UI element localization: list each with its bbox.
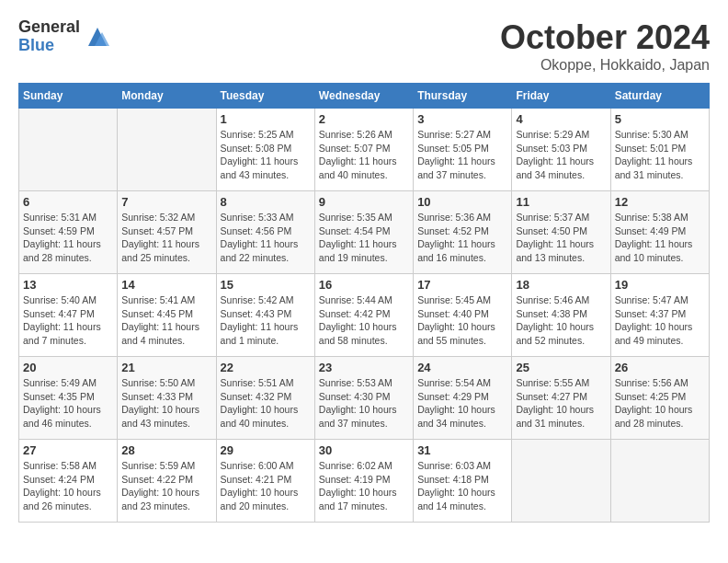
day-info: Sunrise: 5:56 AMSunset: 4:25 PMDaylight:…: [615, 376, 705, 431]
day-info: Sunrise: 5:54 AMSunset: 4:29 PMDaylight:…: [417, 376, 507, 431]
day-number: 24: [417, 361, 507, 374]
day-number: 13: [23, 278, 113, 292]
day-info: Sunrise: 5:49 AMSunset: 4:35 PMDaylight:…: [23, 376, 113, 431]
calendar-week-row: 20Sunrise: 5:49 AMSunset: 4:35 PMDayligh…: [19, 357, 710, 440]
calendar-cell: 23Sunrise: 5:53 AMSunset: 4:30 PMDayligh…: [314, 357, 413, 440]
day-info: Sunrise: 5:46 AMSunset: 4:38 PMDaylight:…: [516, 293, 606, 348]
day-info: Sunrise: 5:44 AMSunset: 4:42 PMDaylight:…: [319, 293, 409, 348]
calendar-cell: 24Sunrise: 5:54 AMSunset: 4:29 PMDayligh…: [414, 357, 512, 440]
calendar-cell: 13Sunrise: 5:40 AMSunset: 4:47 PMDayligh…: [19, 274, 118, 357]
day-number: 14: [121, 278, 211, 292]
calendar-cell: 3Sunrise: 5:27 AMSunset: 5:05 PMDaylight…: [414, 109, 512, 191]
day-info: Sunrise: 5:51 AMSunset: 4:32 PMDaylight:…: [221, 376, 311, 431]
weekday-header: Thursday: [414, 84, 512, 109]
calendar-cell: 16Sunrise: 5:44 AMSunset: 4:42 PMDayligh…: [314, 274, 413, 357]
day-info: Sunrise: 5:37 AMSunset: 4:50 PMDaylight:…: [516, 211, 606, 265]
calendar-cell: 28Sunrise: 5:59 AMSunset: 4:22 PMDayligh…: [118, 440, 216, 523]
day-number: 4: [516, 112, 606, 126]
weekday-header: Monday: [118, 84, 216, 109]
day-info: Sunrise: 5:50 AMSunset: 4:33 PMDaylight:…: [121, 376, 211, 431]
day-info: Sunrise: 5:33 AMSunset: 4:56 PMDaylight:…: [221, 211, 311, 265]
day-number: 17: [417, 278, 507, 292]
day-number: 21: [121, 361, 211, 374]
calendar-cell: 26Sunrise: 5:56 AMSunset: 4:25 PMDayligh…: [610, 357, 709, 440]
day-number: 16: [319, 278, 409, 292]
day-number: 31: [417, 443, 507, 457]
day-info: Sunrise: 6:02 AMSunset: 4:19 PMDaylight:…: [319, 459, 409, 513]
day-info: Sunrise: 5:25 AMSunset: 5:08 PMDaylight:…: [221, 128, 311, 182]
day-number: 27: [23, 443, 113, 457]
logo-blue-text: Blue: [18, 37, 80, 55]
day-info: Sunrise: 5:45 AMSunset: 4:40 PMDaylight:…: [417, 293, 507, 348]
calendar-cell: 4Sunrise: 5:29 AMSunset: 5:03 PMDaylight…: [512, 109, 610, 191]
weekday-header: Wednesday: [314, 84, 413, 109]
weekday-header: Friday: [512, 84, 610, 109]
day-info: Sunrise: 6:00 AMSunset: 4:21 PMDaylight:…: [221, 459, 311, 513]
calendar-cell: 12Sunrise: 5:38 AMSunset: 4:49 PMDayligh…: [610, 191, 709, 274]
day-number: 18: [516, 278, 606, 292]
calendar-cell: [610, 440, 709, 523]
day-number: 7: [121, 195, 211, 209]
day-info: Sunrise: 5:58 AMSunset: 4:24 PMDaylight:…: [23, 459, 113, 513]
day-number: 19: [615, 278, 705, 292]
day-number: 5: [615, 112, 705, 126]
day-number: 26: [615, 361, 705, 374]
calendar-week-row: 27Sunrise: 5:58 AMSunset: 4:24 PMDayligh…: [19, 440, 710, 523]
calendar-cell: [512, 440, 610, 523]
day-number: 15: [221, 278, 311, 292]
calendar-cell: 25Sunrise: 5:55 AMSunset: 4:27 PMDayligh…: [512, 357, 610, 440]
day-info: Sunrise: 5:27 AMSunset: 5:05 PMDaylight:…: [417, 128, 507, 182]
calendar-cell: 1Sunrise: 5:25 AMSunset: 5:08 PMDaylight…: [216, 109, 314, 191]
day-number: 8: [221, 195, 311, 209]
day-info: Sunrise: 5:40 AMSunset: 4:47 PMDaylight:…: [23, 293, 113, 348]
day-number: 23: [319, 361, 409, 374]
calendar-cell: 20Sunrise: 5:49 AMSunset: 4:35 PMDayligh…: [19, 357, 118, 440]
calendar-week-row: 13Sunrise: 5:40 AMSunset: 4:47 PMDayligh…: [19, 274, 710, 357]
day-number: 25: [516, 361, 606, 374]
calendar-cell: 18Sunrise: 5:46 AMSunset: 4:38 PMDayligh…: [512, 274, 610, 357]
day-number: 10: [417, 195, 507, 209]
calendar-cell: [19, 109, 118, 191]
calendar-cell: 2Sunrise: 5:26 AMSunset: 5:07 PMDaylight…: [314, 109, 413, 191]
day-number: 3: [417, 112, 507, 126]
location: Okoppe, Hokkaido, Japan: [500, 57, 710, 74]
logo: General Blue: [18, 18, 111, 55]
day-number: 2: [319, 112, 409, 126]
calendar-week-row: 6Sunrise: 5:31 AMSunset: 4:59 PMDaylight…: [19, 191, 710, 274]
day-number: 1: [221, 112, 311, 126]
calendar-cell: 30Sunrise: 6:02 AMSunset: 4:19 PMDayligh…: [314, 440, 413, 523]
day-info: Sunrise: 5:36 AMSunset: 4:52 PMDaylight:…: [417, 211, 507, 265]
calendar-cell: 8Sunrise: 5:33 AMSunset: 4:56 PMDaylight…: [216, 191, 314, 274]
day-info: Sunrise: 5:42 AMSunset: 4:43 PMDaylight:…: [221, 293, 311, 348]
day-info: Sunrise: 5:35 AMSunset: 4:54 PMDaylight:…: [319, 211, 409, 265]
day-number: 11: [516, 195, 606, 209]
day-info: Sunrise: 5:32 AMSunset: 4:57 PMDaylight:…: [121, 211, 211, 265]
logo-general-text: General: [18, 18, 80, 37]
weekday-header: Tuesday: [216, 84, 314, 109]
day-number: 22: [221, 361, 311, 374]
month-title: October 2024: [500, 18, 710, 57]
calendar-cell: 31Sunrise: 6:03 AMSunset: 4:18 PMDayligh…: [414, 440, 512, 523]
calendar-cell: 10Sunrise: 5:36 AMSunset: 4:52 PMDayligh…: [414, 191, 512, 274]
calendar-cell: 9Sunrise: 5:35 AMSunset: 4:54 PMDaylight…: [314, 191, 413, 274]
logo-icon: [84, 23, 111, 51]
day-info: Sunrise: 5:30 AMSunset: 5:01 PMDaylight:…: [615, 128, 705, 182]
day-number: 12: [615, 195, 705, 209]
calendar-cell: 21Sunrise: 5:50 AMSunset: 4:33 PMDayligh…: [118, 357, 216, 440]
page-header: General Blue October 2024 Okoppe, Hokkai…: [18, 18, 710, 74]
day-info: Sunrise: 5:38 AMSunset: 4:49 PMDaylight:…: [615, 211, 705, 265]
calendar-week-row: 1Sunrise: 5:25 AMSunset: 5:08 PMDaylight…: [19, 109, 710, 191]
day-info: Sunrise: 5:29 AMSunset: 5:03 PMDaylight:…: [516, 128, 606, 182]
day-number: 9: [319, 195, 409, 209]
calendar-cell: 17Sunrise: 5:45 AMSunset: 4:40 PMDayligh…: [414, 274, 512, 357]
day-number: 6: [23, 195, 113, 209]
calendar-cell: 11Sunrise: 5:37 AMSunset: 4:50 PMDayligh…: [512, 191, 610, 274]
day-number: 30: [319, 443, 409, 457]
day-number: 29: [221, 443, 311, 457]
day-info: Sunrise: 6:03 AMSunset: 4:18 PMDaylight:…: [417, 459, 507, 513]
calendar-header-row: SundayMondayTuesdayWednesdayThursdayFrid…: [19, 84, 710, 109]
day-info: Sunrise: 5:47 AMSunset: 4:37 PMDaylight:…: [615, 293, 705, 348]
title-area: October 2024 Okoppe, Hokkaido, Japan: [500, 18, 710, 74]
calendar-cell: 6Sunrise: 5:31 AMSunset: 4:59 PMDaylight…: [19, 191, 118, 274]
weekday-header: Sunday: [19, 84, 118, 109]
